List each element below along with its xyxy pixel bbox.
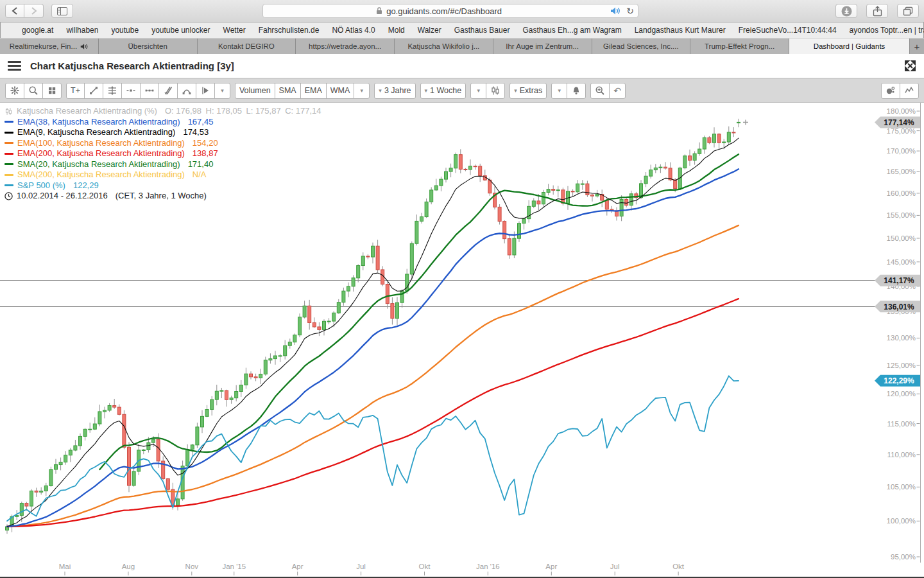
legend-label[interactable]: S&P 500 (%) [17,180,65,191]
toolbar-button-wma[interactable]: WMA [326,83,355,99]
legend-label[interactable]: EMA(200, Katjuscha Research Aktientradin… [17,148,185,159]
toolbar-button-candles[interactable] [486,83,505,99]
toolbar-button-label: SMA [279,86,296,95]
toolbar-button-ema[interactable]: EMA [300,83,327,99]
y-axis-tick-label: 150,00% [887,234,916,242]
legend-color-dash [4,174,13,176]
legend-label[interactable]: Katjuscha Research Aktientrading (%) [17,106,157,117]
sidebar-button[interactable] [51,4,73,18]
bookmark-item[interactable]: NÖ Atlas 4.0 [332,26,375,35]
bookmark-item[interactable]: Fahrschulisten.de [259,26,320,35]
current-price-marker [743,119,748,125]
toolbar-button-1-woche[interactable]: ▾1 Woche [420,83,466,99]
tab[interactable]: Realtimekurse, Fin... [0,39,99,54]
tab[interactable]: Trump-Effekt Progn... [690,39,789,54]
address-bar[interactable]: go.guidants.com/#c/Dashboard ↻ [262,4,638,18]
downloads-button[interactable] [835,4,857,18]
legend-label[interactable]: SMA(20, Katjuscha Research Aktientrading… [17,159,180,170]
toolbar-button-grid[interactable] [42,83,62,99]
toolbar-button-undo[interactable]: ↶ [609,83,626,99]
bookmark-item[interactable]: Gasthaus Eh...g am Wagram [522,26,621,35]
tab[interactable]: Übersichten [99,39,198,54]
bookmark-item[interactable]: FreieSucheVo...14T10:44:44 [739,26,837,35]
url-text: go.guidants.com/#c/Dashboard [386,6,502,16]
toolbar-button-caret[interactable]: ▾ [551,83,567,99]
toolbar-button-label: 3 Jahre [384,86,411,95]
expand-button[interactable] [904,60,916,72]
toolbar-button-extras[interactable]: ▾Extras [509,83,547,99]
bookmark-item[interactable]: Mold [388,26,405,35]
toolbar-button-dotted-line[interactable] [140,83,159,99]
bookmark-item[interactable]: willhaben [66,26,98,35]
toolbar-button-brush[interactable] [158,83,178,99]
back-button[interactable] [5,4,24,18]
menu-icon[interactable] [8,61,21,71]
toolbar-button-gear[interactable] [5,83,24,99]
refresh-icon[interactable]: ↻ [626,6,634,15]
new-tab-button[interactable]: + [910,39,924,54]
chart-area[interactable]: 180,00%175,00%170,00%165,00%160,00%155,0… [0,103,924,577]
toolbar-button-bell[interactable] [567,83,586,99]
toolbar-group-interval: ▾1 Woche [420,83,466,99]
toolbar-button-horizontal-line[interactable] [121,83,141,99]
sidebar-icon [57,7,67,15]
legend-label[interactable]: SMA(200, Katjuscha Research Aktientradin… [17,170,185,180]
legend-label[interactable]: EMA(9, Katjuscha Research Aktientrading) [17,127,175,138]
legend-label[interactable]: EMA(38, Katjuscha Research Aktientrading… [17,117,180,128]
grid-icon [47,85,57,96]
y-axis-tick-label: 180,00% [887,107,916,115]
legend-value: 174,53 [183,127,209,138]
price-tag: 177,14% [875,116,920,128]
toolbar-button-zoom-in[interactable] [590,83,610,99]
bookmark-item[interactable]: youtube [111,26,139,35]
share-button[interactable] [866,4,888,18]
browser-window: go.guidants.com/#c/Dashboard ↻ google.at… [0,0,924,578]
toolbar-button-caret[interactable]: ▾ [470,83,486,99]
toolbar-group-right [881,83,919,99]
legend-label[interactable]: 10.02.2014 - 26.12.2016 [17,191,108,202]
tab[interactable]: Kontakt DEGIRO [198,39,296,54]
legend-row: SMA(200, Katjuscha Research Aktientradin… [4,170,321,180]
bookmark-item[interactable]: Wetter [223,26,246,35]
legend-row: EMA(100, Katjuscha Research Aktientradin… [4,138,321,149]
tab-audio-icon[interactable] [80,43,89,50]
tab-overview-button[interactable] [897,4,919,18]
toolbar-button-label: 1 Woche [430,86,461,95]
toolbar-button-trendline[interactable] [84,83,103,99]
toolbar-button-sparkline[interactable] [900,83,919,99]
bookmark-item[interactable]: Landgasthaus Kurt Maurer [635,26,726,35]
tab-active[interactable]: Dashboard | Guidants [789,39,910,54]
bookmark-item[interactable]: youtube unlocker [151,26,210,35]
toolbar-button-bubbles[interactable] [881,83,900,99]
bookmark-item[interactable]: Walzer [418,26,441,35]
toolbar-button-fibonacci[interactable] [103,83,122,99]
toolbar-button-sma[interactable]: SMA [275,83,301,99]
legend-label[interactable]: EMA(100, Katjuscha Research Aktientradin… [17,138,185,149]
toolbar-button-caret[interactable]: ▾ [214,83,230,99]
tab[interactable]: Ihr Auge im Zentrum... [493,39,592,54]
legend-color-dash [4,184,13,186]
toolbar-button-magnifier[interactable] [24,83,43,99]
bookmark-item[interactable]: ayondos Toptr...en | tradimo [850,26,924,35]
audio-icon[interactable] [610,6,621,15]
toolbar-button-cursor-flag[interactable] [196,83,215,99]
price-tag: 141,17% [875,275,920,286]
x-axis-tick-label: Jul [610,563,620,570]
tab-label: https://wetrade.ayon... [309,42,381,50]
x-axis-tick-label: Jul [356,563,366,570]
tab[interactable]: Katjuscha Wikifolio j... [395,39,493,54]
svg-text:136,01%: 136,01% [884,302,914,311]
forward-button[interactable] [24,4,44,18]
tab[interactable]: https://wetrade.ayon... [296,39,395,54]
x-axis-tick-label: Mai [59,563,71,570]
legend-color-dash [4,153,13,155]
toolbar-button-arc[interactable] [177,83,196,99]
tab[interactable]: Gilead Sciences, Inc.... [592,39,691,54]
toolbar-button-caret[interactable]: ▾ [354,83,370,99]
toolbar-button-volumen[interactable]: Volumen [235,83,275,99]
toolbar-button-t-[interactable]: T+ [66,83,85,99]
legend-row: EMA(9, Katjuscha Research Aktientrading)… [4,127,321,138]
bookmark-item[interactable]: google.at [22,26,53,35]
bookmark-item[interactable]: Gasthaus Bauer [454,26,510,35]
toolbar-button-3-jahre[interactable]: ▾3 Jahre [374,83,415,99]
